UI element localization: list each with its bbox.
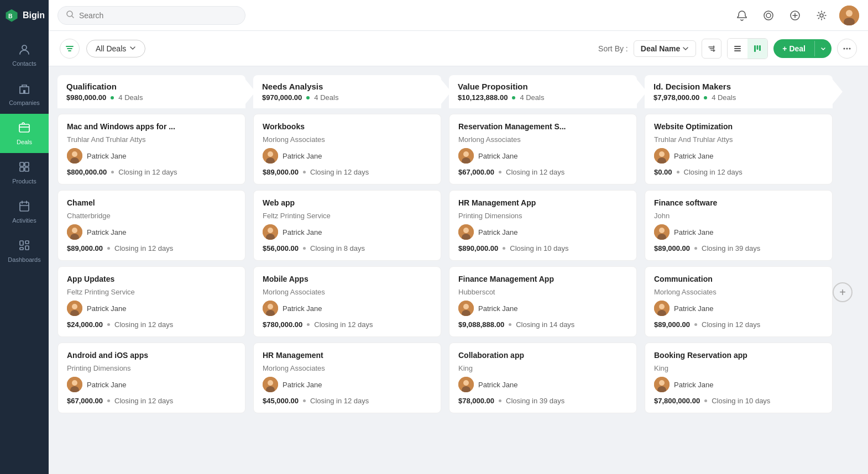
deal-amount: $890,000.00 [458, 244, 498, 252]
deal-company: John [654, 212, 823, 220]
person-name: Patrick Jane [87, 381, 127, 389]
deal-footer: $24,000.00 Closing in 12 days [67, 320, 236, 329]
column-meta: $10,123,888.00 4 Deals [458, 93, 628, 102]
svg-point-69 [659, 151, 665, 157]
sidebar-item-companies[interactable]: Companies [0, 75, 49, 114]
add-stage-button[interactable]: + [833, 282, 853, 302]
deal-closing: Closing in 10 days [510, 244, 568, 252]
svg-rect-23 [734, 46, 741, 47]
deal-footer: $890,000.00 Closing in 10 days [458, 244, 628, 252]
column-count: 4 Deals [520, 93, 544, 102]
column-title: Value Proposition [458, 82, 628, 91]
deal-dot [694, 247, 697, 250]
deal-card-2-3[interactable]: Collaboration app King Patrick Jane $78,… [449, 343, 637, 413]
search-input[interactable] [79, 11, 237, 20]
more-options-button[interactable] [837, 39, 857, 59]
app-logo[interactable]: B Bigin [0, 0, 49, 31]
person-avatar [458, 301, 474, 316]
person-name: Patrick Jane [478, 228, 518, 236]
svg-rect-4 [23, 90, 25, 93]
deal-name: Communication [654, 275, 823, 283]
deal-amount: $67,000.00 [458, 168, 494, 176]
notifications-icon[interactable] [733, 7, 751, 24]
filter-button[interactable] [60, 39, 80, 59]
deal-name: Mac and Windows apps for ... [67, 122, 236, 131]
deal-amount: $0.00 [654, 168, 672, 176]
topbar-actions [733, 6, 859, 25]
all-deals-dropdown[interactable]: All Deals [86, 40, 145, 57]
deal-card-1-2[interactable]: Mobile Apps Morlong Associates Patrick J… [253, 266, 441, 337]
sort-select[interactable]: Deal Name [634, 40, 697, 57]
sidebar-item-activities[interactable]: Activities [0, 192, 49, 231]
deal-card-1-0[interactable]: Workbooks Morlong Associates Patrick Jan… [253, 114, 441, 185]
deal-dot [303, 399, 306, 402]
deal-dot [111, 171, 114, 173]
deal-card-3-1[interactable]: Finance software John Patrick Jane $89,0… [645, 190, 833, 261]
kanban-view-button[interactable] [747, 39, 767, 59]
deal-card-1-1[interactable]: Web app Feltz Printing Service Patrick J… [253, 190, 441, 261]
deal-card-2-1[interactable]: HR Management App Printing Dimensions Pa… [449, 190, 637, 261]
deal-company: Truhlar And Truhlar Attys [67, 135, 236, 144]
deal-closing: Closing in 12 days [118, 168, 177, 176]
person-name: Patrick Jane [674, 381, 714, 389]
deal-closing: Closing in 12 days [310, 168, 369, 176]
deal-card-3-3[interactable]: Booking Reservation app King Patrick Jan… [645, 343, 833, 413]
user-avatar[interactable] [839, 6, 859, 25]
deal-card-3-2[interactable]: Communication Morlong Associates Patrick… [645, 266, 833, 337]
settings-icon[interactable] [813, 7, 830, 24]
svg-rect-26 [754, 45, 756, 52]
deal-card-3-0[interactable]: Website Optimization Truhlar And Truhlar… [645, 114, 833, 185]
deal-person: Patrick Jane [458, 148, 628, 164]
deal-card-2-2[interactable]: Finance Management App Hubberscot Patric… [449, 266, 637, 337]
column-count: 4 Deals [314, 93, 338, 102]
deal-card-0-0[interactable]: Mac and Windows apps for ... Truhlar And… [57, 114, 245, 185]
app-name: Bigin [23, 10, 45, 20]
deal-amount: $45,000.00 [263, 397, 299, 405]
add-deal-button[interactable]: + Deal [773, 39, 832, 58]
deal-company: King [654, 364, 823, 372]
deal-card-1-3[interactable]: HR Management Morlong Associates Patrick… [253, 343, 441, 413]
deal-card-0-3[interactable]: Android and iOS apps Printing Dimensions… [57, 343, 245, 413]
person-name: Patrick Jane [478, 152, 518, 160]
deal-person: Patrick Jane [263, 301, 432, 316]
search-icon [66, 10, 75, 21]
kanban-column-3: Id. Decision Makers $7,978,000.00 4 Deal… [645, 75, 833, 465]
list-view-button[interactable] [728, 39, 747, 59]
deal-footer: $89,000.00 Closing in 12 days [654, 320, 823, 329]
svg-rect-11 [20, 241, 23, 245]
sidebar-item-deals[interactable]: Deals [0, 114, 49, 153]
column-amount: $980,000.00 [66, 93, 106, 102]
svg-point-17 [766, 13, 771, 18]
sidebar-item-products[interactable]: Products [0, 153, 49, 192]
deal-closing: Closing in 14 days [516, 320, 574, 329]
deal-company: Chatterbridge [67, 212, 236, 220]
deal-amount: $78,000.00 [458, 397, 494, 405]
activities-label: Activities [12, 217, 36, 224]
add-icon[interactable] [786, 7, 804, 24]
deal-name: Android and iOS apps [67, 351, 236, 360]
person-name: Patrick Jane [283, 304, 322, 313]
column-dot [111, 96, 114, 99]
sidebar-item-dashboards[interactable]: Dashboards [0, 231, 49, 271]
column-amount: $970,000.00 [262, 93, 302, 102]
sidebar-item-contacts[interactable]: Contacts [0, 35, 49, 75]
column-dot [306, 96, 310, 99]
add-deal-dropdown-arrow[interactable] [814, 41, 832, 56]
svg-point-19 [820, 14, 823, 17]
deal-footer: $78,000.00 Closing in 39 days [458, 397, 628, 405]
rewards-icon[interactable] [760, 7, 777, 24]
deal-card-0-2[interactable]: App Updates Feltz Printing Service Patri… [57, 266, 245, 337]
svg-point-72 [659, 228, 665, 233]
svg-point-29 [844, 48, 845, 49]
topbar [49, 0, 868, 31]
deal-footer: $89,000.00 Closing in 12 days [67, 244, 236, 252]
companies-label: Companies [9, 99, 40, 106]
all-deals-label: All Deals [96, 44, 126, 53]
deal-card-0-1[interactable]: Chamel Chatterbridge Patrick Jane $89,00… [57, 190, 245, 261]
sort-order-button[interactable] [702, 39, 721, 59]
search-container[interactable] [57, 6, 245, 25]
deal-card-2-0[interactable]: Reservation Management S... Morlong Asso… [449, 114, 637, 185]
toolbar-right: Sort By : Deal Name + Deal [598, 38, 857, 59]
deal-amount: $24,000.00 [67, 320, 103, 329]
kanban-column-0: Qualification $980,000.00 4 Deals Mac an… [57, 75, 245, 465]
